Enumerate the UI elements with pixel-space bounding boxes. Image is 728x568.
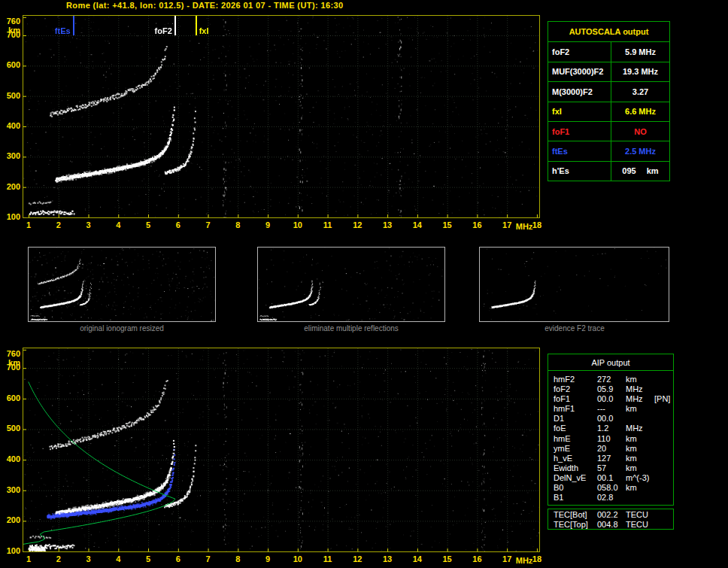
tec-row: TEC[Top] 004.8 TECU — [554, 520, 673, 530]
thumbnail-no-multiples — [257, 247, 445, 322]
aip-row: B0 058.0 km — [554, 483, 673, 493]
iono-top-ytick-300: 300 — [1, 151, 20, 160]
autoscala-row-label: h'Es — [548, 162, 611, 181]
aip-param-name: h_vE — [554, 454, 597, 463]
aip-row: B1 02.8 — [554, 493, 673, 503]
ionogram-bottom-panel — [23, 348, 540, 552]
aip-header: AIP output — [548, 354, 673, 371]
tec-panel: TEC[Bot] 002.2 TECU TEC[Top] 004.8 TECU — [548, 509, 674, 530]
iono-top-ytick-760: 760 — [1, 17, 20, 26]
iono-top-xtick-18: 18 — [532, 220, 541, 229]
iono-top-x-unit-label: MHz — [516, 222, 533, 231]
aip-row: hmE 110 km — [554, 434, 673, 444]
iono-top-xtick-15: 15 — [443, 220, 452, 229]
iono-top-xtick-7: 7 — [205, 220, 210, 229]
iono-top-ytick-200: 200 — [1, 182, 20, 191]
aip-param-value: --- — [597, 404, 626, 414]
autoscala-value-text: 2.5 MHz — [625, 147, 656, 156]
autoscala-header: AUTOSCALA output — [548, 22, 669, 41]
aip-param-name: D1 — [554, 414, 597, 424]
iono-top-xtick-10: 10 — [293, 220, 302, 229]
marker-line-fxI — [196, 16, 197, 35]
thumbnail-caption-f2-trace: evidence F2 trace — [544, 324, 605, 333]
marker-line-foF2 — [174, 16, 176, 35]
aip-param-name: B1 — [554, 493, 597, 503]
autoscala-row-value: 6.6 MHz — [611, 102, 669, 121]
iono-bottom-ytick-600: 600 — [1, 393, 20, 402]
thumbnail-original-canvas — [29, 248, 215, 321]
iono-bottom-xtick-5: 5 — [146, 554, 150, 563]
iono-top-ytick-400: 400 — [1, 121, 20, 130]
autoscala-row: foF2 5.9 MHz — [548, 41, 669, 61]
iono-top-xtick-8: 8 — [235, 220, 240, 229]
iono-bottom-x-unit-label: MHz — [516, 556, 533, 565]
aip-row: ymE 20 km — [554, 444, 673, 454]
iono-bottom-ytick-500: 500 — [1, 424, 20, 433]
ionogram-top-panel — [23, 15, 540, 218]
iono-top-xtick-14: 14 — [413, 220, 422, 229]
iono-bottom-xtick-11: 11 — [323, 554, 332, 563]
autoscala-value-text: NO — [634, 127, 647, 136]
autoscala-row-label: ftEs — [548, 141, 611, 160]
aip-param-unit: km — [626, 463, 654, 473]
aip-param-value: 00.0 — [597, 414, 626, 424]
aip-row: hmF2 272 km — [554, 375, 673, 384]
autoscala-row-value: 19.3 MHz — [611, 62, 669, 81]
iono-bottom-xtick-16: 16 — [472, 554, 481, 563]
aip-param-value: 00.0 — [597, 394, 626, 404]
iono-bottom-xtick-2: 2 — [56, 554, 61, 563]
aip-param-value: 20 — [597, 444, 626, 454]
thumbnail-f2-trace-canvas — [480, 248, 669, 321]
aip-param-unit: km — [626, 434, 654, 444]
autoscala-row: MUF(3000)F2 19.3 MHz — [548, 62, 669, 81]
iono-top-xtick-3: 3 — [86, 220, 90, 229]
aip-param-unit: MHz — [626, 424, 654, 433]
aip-param-unit: MHz — [626, 394, 654, 404]
aip-param-name: hmE — [554, 434, 597, 444]
iono-bottom-xtick-12: 12 — [353, 554, 362, 563]
aip-row: foE 1.2 MHz — [554, 424, 673, 433]
aip-row: foF1 00.0 MHz [PN] — [554, 394, 673, 404]
iono-top-xtick-13: 13 — [383, 220, 392, 229]
tec-param-unit: TECU — [626, 520, 654, 530]
autoscala-row-label: fxI — [548, 102, 611, 121]
aip-row: hmF1 --- km — [554, 404, 673, 414]
iono-bottom-xtick-13: 13 — [383, 554, 392, 563]
aip-param-value: 1.2 — [597, 424, 626, 433]
aip-param-unit: km — [626, 404, 654, 414]
page-title: Rome (lat: +41.8, lon: 012.5) - DATE: 20… — [66, 1, 344, 10]
autoscala-value-text: 5.9 MHz — [625, 47, 656, 56]
thumbnail-caption-no-multiples: eliminate multiple reflections — [304, 324, 399, 333]
aip-param-name: B0 — [554, 483, 597, 493]
iono-bottom-ytick-400: 400 — [1, 454, 20, 463]
ionogram-bottom-canvas — [23, 348, 539, 551]
iono-bottom-xtick-8: 8 — [235, 554, 240, 563]
aip-param-value: 110 — [597, 434, 626, 444]
iono-top-xtick-4: 4 — [116, 220, 120, 229]
autoscala-value-text: 19.3 MHz — [623, 67, 658, 76]
autoscala-table: AUTOSCALA output foF2 5.9 MHz MUF(3000)F… — [548, 21, 670, 181]
iono-top-ytick-500: 500 — [1, 91, 20, 100]
tec-row: TEC[Bot] 002.2 TECU — [554, 510, 673, 520]
aip-param-name: foE — [554, 424, 597, 433]
aip-param-unit: MHz — [626, 384, 654, 394]
marker-label-ftEs: ftEs — [55, 26, 71, 35]
iono-bottom-ytick-100: 100 — [1, 546, 20, 555]
iono-bottom-ytick-700: 700 — [1, 363, 20, 372]
marker-line-ftEs — [73, 16, 74, 35]
iono-top-xtick-2: 2 — [56, 220, 61, 229]
iono-top-xtick-6: 6 — [176, 220, 180, 229]
aip-param-unit: km — [626, 483, 654, 493]
tec-param-value: 004.8 — [597, 520, 626, 530]
iono-top-xtick-17: 17 — [502, 220, 511, 229]
aip-param-name: Ewidth — [554, 463, 597, 473]
aip-param-unit: m^(-3) — [626, 473, 654, 483]
autoscala-unit-text: km — [647, 166, 659, 175]
aip-param-name: hmF1 — [554, 404, 597, 414]
marker-label-fxI: fxI — [199, 26, 209, 35]
autoscala-value-text: 3.27 — [632, 87, 648, 96]
aip-row: Ewidth 57 km — [554, 463, 673, 473]
aip-param-unit: km — [626, 375, 654, 384]
aip-param-unit: km — [626, 454, 654, 463]
iono-bottom-xtick-18: 18 — [532, 554, 541, 563]
